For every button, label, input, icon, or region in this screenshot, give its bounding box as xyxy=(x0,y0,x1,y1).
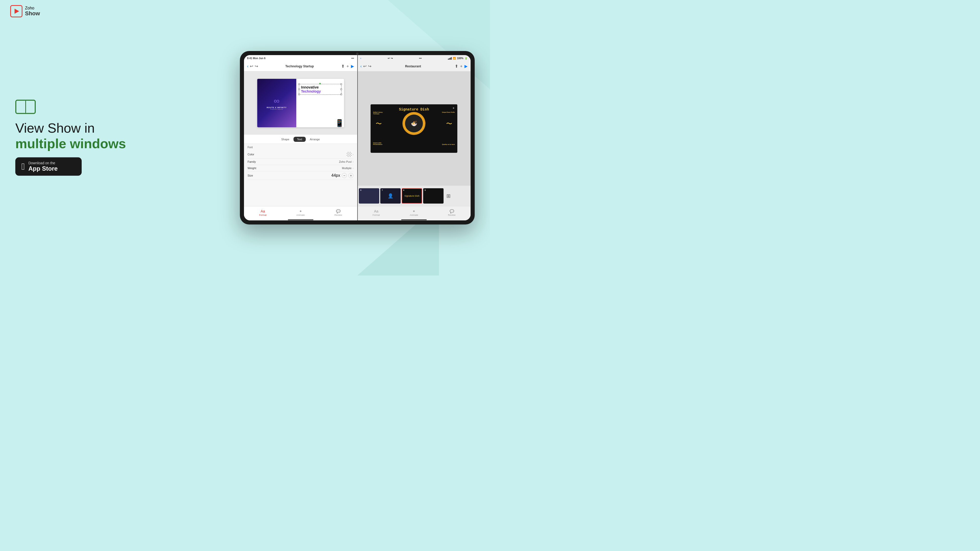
phone-mockup: 📱 xyxy=(335,119,344,127)
rest-text-bl: Impeccable Presentation xyxy=(373,142,391,145)
thumb-9[interactable]: 9 xyxy=(423,188,444,203)
color-value[interactable]: › xyxy=(347,152,353,157)
food-plate: 🍜 xyxy=(402,112,425,135)
signal-icon xyxy=(448,57,452,60)
size-value: 44px xyxy=(331,173,340,178)
tab-review-right[interactable]: 💬 Review xyxy=(433,209,471,216)
route-brand: ROUTE X INFINITY xyxy=(267,106,286,108)
undo-right[interactable]: ↩ xyxy=(388,57,390,60)
app-store-button[interactable]:  Download on the App Store xyxy=(15,157,82,176)
home-bar-left xyxy=(288,219,313,220)
download-text: Download on the xyxy=(28,161,58,165)
text-selection-box: Innovative Technology xyxy=(299,84,342,95)
tab-text[interactable]: Text xyxy=(293,137,306,142)
headline: View Show in multiple windows xyxy=(15,120,126,151)
panel-divider xyxy=(357,55,358,221)
font-section-title: Font xyxy=(248,146,353,149)
selection-handle-top xyxy=(319,83,321,84)
back-arrow-right[interactable]: ‹ xyxy=(360,57,361,60)
slide-preview-left: ∞ ROUTE X INFINITY Simplified logistics xyxy=(257,79,344,127)
share-button[interactable]: ⬆ xyxy=(341,64,345,68)
format-icon-right: Aa xyxy=(374,209,378,213)
ipad-screen: 9:41 Mon Jun 6 ••• ‹ ↩ ↪ Technology Star… xyxy=(244,55,471,221)
slide-thumbnails: 6 7 👤 8 Signature Dish 9 ⊞ xyxy=(357,186,471,206)
handle-ml xyxy=(298,89,300,90)
weight-label: Weight xyxy=(248,167,256,170)
status-right-icons: 📶 100% 🔋 xyxy=(448,57,468,60)
slide-logo-section: ∞ ROUTE X INFINITY Simplified logistics xyxy=(257,79,296,127)
tab-animate-right[interactable]: ✦ Animate xyxy=(395,209,433,216)
weight-text: Multiple xyxy=(342,167,352,170)
restaurant-slide: Signature Dish ✦ Skillful Culinary Techn… xyxy=(371,104,457,153)
color-row: Color › xyxy=(248,150,353,159)
share-btn-right[interactable]: ⬆ xyxy=(455,64,458,68)
handle-br xyxy=(340,94,342,95)
family-text: Zoho Puvi xyxy=(339,160,352,163)
redo-btn-right[interactable]: ↪ xyxy=(368,64,371,68)
undo-btn-right[interactable]: ↩ xyxy=(363,64,366,68)
splash-right: 〜 xyxy=(446,120,452,128)
tab-shape[interactable]: Shape xyxy=(278,137,293,142)
thumb-label-7: 7 xyxy=(382,189,383,191)
slide-tech: ∞ ROUTE X INFINITY Simplified logistics xyxy=(257,79,344,127)
tab-format-right[interactable]: Aa Format xyxy=(357,209,395,216)
status-bar-right: ‹ ↩ ↪ ••• 📶 100% xyxy=(357,55,471,61)
wifi-icon: 📶 xyxy=(453,57,456,60)
slide-text-section: Innovative Technology 📱 xyxy=(296,79,344,127)
add-slide-button[interactable]: ⊞ xyxy=(445,188,452,203)
innovative-text: Innovative xyxy=(301,85,339,89)
status-time-date: 9:41 Mon Jun 6 xyxy=(247,57,266,60)
status-dots-left: ••• xyxy=(351,57,354,60)
add-button[interactable]: + xyxy=(347,64,349,68)
add-btn-right[interactable]: + xyxy=(460,64,463,68)
slide-canvas-right: Signature Dish ✦ Skillful Culinary Techn… xyxy=(357,71,471,186)
store-name: App Store xyxy=(28,165,58,172)
review-icon: 💬 xyxy=(336,209,340,213)
play-button[interactable]: ▶ xyxy=(351,64,354,68)
size-increase[interactable]: + xyxy=(348,173,353,178)
bottom-tabs-right: Aa Format ✦ Animate 💬 Review xyxy=(357,206,471,219)
nav-left-controls: ‹ ↩ ↪ xyxy=(247,64,258,68)
back-button[interactable]: ‹ xyxy=(247,64,248,68)
headline-line2: multiple windows xyxy=(15,136,126,151)
redo-right[interactable]: ↪ xyxy=(391,57,393,60)
tab-animate-left[interactable]: ✦ Animate xyxy=(282,209,320,216)
size-decrease[interactable]: − xyxy=(342,173,347,178)
logo-text: Zoho Show xyxy=(25,6,40,17)
thumb-6[interactable]: 6 xyxy=(359,188,379,203)
presentation-title-left: Technology Startup xyxy=(285,65,314,68)
handle-bl xyxy=(298,94,300,95)
logo-play-icon xyxy=(14,9,19,14)
logo-show: Show xyxy=(25,11,40,17)
play-btn-right[interactable]: ▶ xyxy=(465,64,468,68)
review-icon-right: 💬 xyxy=(450,209,454,213)
tab-arrange[interactable]: Arrange xyxy=(306,137,323,142)
animate-label: Animate xyxy=(296,214,305,216)
thumb-7[interactable]: 7 👤 xyxy=(380,188,401,203)
nav-bar-right: ‹ ↩ ↪ Restaurant ⬆ + ▶ xyxy=(357,61,471,71)
weight-value[interactable]: Multiple › xyxy=(342,167,353,170)
size-row: Size 44px − + xyxy=(248,171,353,180)
redo-button[interactable]: ↪ xyxy=(255,64,258,68)
format-icon: Aa xyxy=(261,209,265,213)
home-indicator-left xyxy=(244,219,357,221)
animate-icon-right: ✦ xyxy=(412,209,415,213)
headline-line1: View Show in xyxy=(15,120,126,136)
tab-review-left[interactable]: 💬 Review xyxy=(319,209,357,216)
back-btn-right[interactable]: ‹ xyxy=(360,64,362,68)
multiple-windows-icon xyxy=(15,100,126,114)
thumb-label-8: 8 xyxy=(403,189,404,191)
undo-button[interactable]: ↩ xyxy=(250,64,253,68)
format-label-right: Format xyxy=(372,214,380,216)
handle-tr xyxy=(340,83,342,85)
signature-dish-title: Signature Dish xyxy=(399,107,429,111)
app-panel-right: ‹ ↩ ↪ ••• 📶 100% xyxy=(357,55,471,221)
color-chevron: › xyxy=(353,153,353,156)
nav-bar-left: ‹ ↩ ↪ Technology Startup ⬆ + ▶ xyxy=(244,61,357,71)
ipad-camera xyxy=(356,52,359,55)
rest-text-tl: Skillful Culinary Technique xyxy=(373,111,388,114)
family-value[interactable]: Zoho Puvi › xyxy=(339,160,353,163)
status-time: 9:41 xyxy=(247,57,252,60)
tab-format-left[interactable]: Aa Format xyxy=(244,209,282,216)
thumb-8[interactable]: 8 Signature Dish xyxy=(402,188,422,203)
